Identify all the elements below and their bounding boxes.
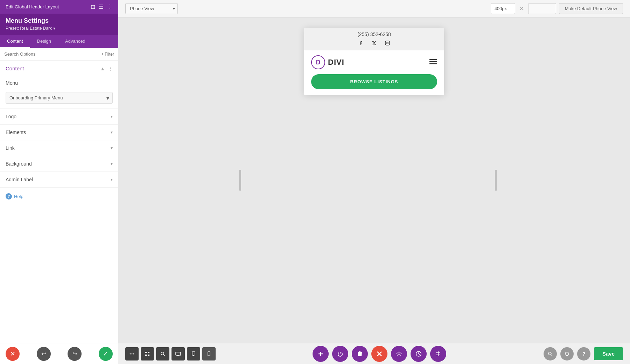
help-icon: ? (6, 193, 12, 200)
svg-line-14 (163, 355, 165, 356)
more-tool-button[interactable] (125, 347, 139, 360)
width-input[interactable] (491, 3, 515, 14)
section-menu-icon[interactable]: ⋮ (108, 66, 113, 71)
canvas-toolbar: Phone View ✕ Make Default Phone View (118, 0, 630, 18)
menu-select[interactable]: Onboarding Primary Menu (6, 92, 113, 104)
search-tool-button[interactable] (156, 347, 169, 360)
svg-rect-12 (148, 355, 149, 356)
duplicate-icon[interactable]: ⊞ (91, 4, 95, 10)
svg-point-13 (161, 352, 164, 355)
background-label: Background (6, 161, 32, 167)
tabs-row: Content Design Advanced (0, 35, 118, 48)
svg-point-2 (388, 42, 389, 42)
menu-select-row: Onboarding Primary Menu (0, 91, 118, 108)
browse-listings-button[interactable]: BROWSE LISTINGS (311, 74, 437, 89)
tab-content[interactable]: Content (0, 35, 30, 48)
view-dropdown[interactable]: Phone View (125, 3, 178, 14)
preview-window: (255) 352-6258 (304, 28, 444, 95)
history-button[interactable] (411, 346, 427, 362)
view-dropdown-wrapper: Phone View (125, 3, 178, 14)
tab-advanced[interactable]: Advanced (58, 35, 92, 48)
settings-button[interactable] (391, 346, 407, 362)
svg-rect-10 (148, 352, 149, 353)
preview-phone: (255) 352-6258 (357, 31, 391, 37)
redo-button[interactable]: ↪ (68, 347, 82, 361)
help-right-icon: ? (582, 351, 586, 357)
clear-width-button[interactable]: ✕ (518, 4, 525, 13)
logo-chevron-icon: ▾ (111, 114, 113, 119)
section-collapse-icon[interactable]: ▲ (100, 66, 105, 71)
link-subsection: Link ▾ (0, 140, 118, 156)
menu-subsection-header: Menu (0, 75, 118, 91)
redo-icon: ↪ (72, 350, 77, 357)
resize-handle-right[interactable] (495, 170, 497, 191)
background-subsection: Background ▾ (0, 156, 118, 172)
desktop-view-button[interactable] (172, 347, 185, 360)
left-panel: Edit Global Header Layout ⊞ ☰ ⋮ Menu Set… (0, 0, 118, 364)
help-row[interactable]: ? Help (0, 188, 118, 205)
background-subsection-header[interactable]: Background ▾ (0, 156, 118, 172)
content-section-header: Content ▲ ⋮ (0, 61, 118, 75)
preset-text: Preset: Real Estate Dark (6, 26, 52, 31)
resize-handle-left[interactable] (239, 170, 241, 191)
undo-icon: ↩ (41, 350, 46, 357)
elements-subsection-header[interactable]: Elements ▾ (0, 125, 118, 140)
layout-button[interactable] (430, 346, 446, 362)
admin-label-subsection: Admin Label ▾ (0, 172, 118, 188)
make-default-button[interactable]: Make Default Phone View (559, 3, 623, 14)
help-label: Help (14, 194, 23, 199)
refresh-button[interactable] (560, 347, 574, 360)
view-selector: Phone View (125, 3, 178, 14)
instagram-icon (384, 39, 391, 47)
bottom-right-tools: ? Save (544, 347, 623, 360)
search-input[interactable] (4, 51, 98, 57)
svg-point-31 (548, 352, 551, 355)
svg-point-21 (209, 355, 209, 355)
preview-nav: D DIVI (304, 50, 444, 74)
more-options-icon[interactable]: ⋮ (107, 4, 113, 10)
cancel-button[interactable] (371, 346, 387, 362)
extra-width-input[interactable] (528, 3, 556, 14)
undo-button[interactable]: ↩ (37, 347, 51, 361)
hamburger-menu-icon[interactable] (429, 59, 437, 66)
link-subsection-header[interactable]: Link ▾ (0, 140, 118, 156)
power-button[interactable] (332, 346, 348, 362)
panel-header: Edit Global Header Layout ⊞ ☰ ⋮ (0, 0, 118, 14)
menu-settings-title: Menu Settings (6, 17, 113, 24)
add-button[interactable] (313, 346, 329, 362)
panel-body: Content ▲ ⋮ Menu Onboarding Primary Menu (0, 61, 118, 343)
admin-label-chevron-icon: ▾ (111, 177, 113, 182)
search-right-button[interactable] (544, 347, 557, 360)
divi-text: DIVI (328, 58, 344, 67)
tab-design[interactable]: Design (30, 35, 58, 48)
canvas-toolbar-right: ✕ Make Default Phone View (491, 3, 623, 14)
svg-point-6 (130, 353, 131, 354)
help-right-button[interactable]: ? (577, 347, 590, 360)
admin-label-subsection-header[interactable]: Admin Label ▾ (0, 172, 118, 187)
filter-button[interactable]: + Filter (101, 52, 114, 57)
logo-subsection: Logo ▾ (0, 109, 118, 125)
bottom-left-tools (125, 347, 216, 360)
link-chevron-icon: ▾ (111, 146, 113, 150)
logo-subsection-header[interactable]: Logo ▾ (0, 109, 118, 124)
menu-subsection: Menu Onboarding Primary Menu (0, 75, 118, 109)
main-canvas: Phone View ✕ Make Default Phone View (25… (118, 0, 630, 364)
save-button[interactable]: Save (594, 347, 623, 360)
menu-select-wrapper: Onboarding Primary Menu (6, 92, 113, 104)
link-label: Link (6, 145, 15, 151)
divi-logo: D DIVI (311, 55, 344, 69)
svg-point-19 (193, 355, 194, 355)
svg-rect-9 (145, 352, 147, 353)
content-section-title: Content (6, 65, 24, 71)
bottom-center-tools (313, 346, 446, 362)
close-x-button[interactable]: ✕ (6, 347, 20, 361)
svg-rect-0 (385, 41, 390, 45)
columns-icon[interactable]: ☰ (99, 4, 104, 10)
phone-view-button[interactable] (202, 347, 216, 360)
tablet-view-button[interactable] (187, 347, 200, 360)
delete-button[interactable] (352, 346, 368, 362)
preview-social (357, 39, 391, 47)
confirm-button[interactable]: ✓ (99, 347, 113, 361)
preset-chevron-icon[interactable]: ▾ (53, 26, 55, 31)
grid-tool-button[interactable] (141, 347, 154, 360)
